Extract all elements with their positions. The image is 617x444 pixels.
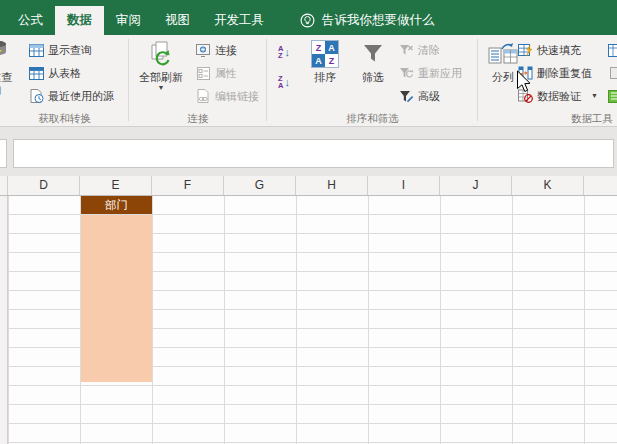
reapply-filter-button: 重新应用 [398,63,462,83]
show-queries-label: 显示查询 [48,43,92,58]
formula-bar-input[interactable] [13,139,614,168]
group-label-data-tools: 数据工具 [478,112,617,126]
tab-review[interactable]: 审阅 [104,6,153,35]
tab-view[interactable]: 视图 [153,6,202,35]
what-if-button-partial[interactable] [608,63,617,83]
recent-sources-icon [28,88,44,104]
connections-label: 连接 [215,43,237,58]
dropdown-arrow-icon: ▼ [591,92,598,100]
sort-ascending-button[interactable]: AZ ↓ [278,41,302,63]
row-header-strip [0,196,8,444]
consolidate-button-partial[interactable] [607,40,617,60]
excel-window: 公式 数据 审阅 视图 开发工具 告诉我你想要做什么 [0,0,617,444]
clear-filter-label: 清除 [418,43,440,58]
filter-label: 筛选 [362,71,384,84]
text-to-columns-label: 分列 [492,71,514,84]
group-label-sort-filter: 排序和筛选 [267,112,478,126]
data-validation-label: 数据验证 [537,89,581,104]
group-get-transform: 新建查询 ▼ 显示查询 从表格 最近使用的源 获取和 [0,35,129,127]
refresh-all-icon [148,39,174,69]
connections-button[interactable]: 连接 [195,40,237,60]
sort-dialog-icon: ZAAZ [311,39,339,69]
advanced-filter-label: 高级 [418,89,440,104]
sort-label: 排序 [314,71,336,84]
group-label-connections: 连接 [129,112,267,126]
connections-icon [195,42,211,58]
edit-links-label: 编辑链接 [215,89,259,104]
advanced-filter-icon [398,88,414,104]
refresh-all-label: 全部刷新 [139,71,183,84]
from-table-icon [28,65,44,81]
column-header-g[interactable]: G [224,176,296,195]
sort-button[interactable]: ZAAZ 排序 [304,37,346,111]
column-header-h[interactable]: H [296,176,368,195]
recent-sources-label: 最近使用的源 [48,89,114,104]
database-icon [0,39,9,69]
mouse-cursor [516,70,531,93]
column-header-i[interactable]: I [368,176,440,195]
filter-button[interactable]: 筛选 [352,37,394,111]
consolidate-icon [607,42,617,58]
filter-funnel-icon [361,39,385,69]
text-to-columns-icon [488,39,518,69]
sort-descending-button[interactable]: ZA ↓ [278,71,302,93]
group-sort-filter: AZ ↓ ZA ↓ ZAAZ 排序 筛选 [267,35,478,127]
column-header-k[interactable]: K [512,176,584,195]
name-box[interactable] [0,139,7,168]
reapply-filter-icon [398,65,414,81]
new-query-button[interactable]: 新建查询 ▼ [0,37,19,111]
new-query-label: 新建查询 [0,71,13,97]
column-header-j[interactable]: J [440,176,512,195]
refresh-all-button[interactable]: 全部刷新 ▼ [136,37,186,111]
from-table-button[interactable]: 从表格 [28,63,81,83]
column-header-f[interactable]: F [152,176,224,195]
ribbon-tab-bar: 公式 数据 审阅 视图 开发工具 告诉我你想要做什么 [0,0,617,35]
properties-button: 属性 [195,63,237,83]
flash-fill-label: 快速填充 [537,43,581,58]
group-connections: 全部刷新 ▼ 连接 属性 编辑链接 连接 [129,35,267,127]
spreadsheet-grid[interactable]: 部门 [0,196,617,444]
formula-bar-row [0,127,617,176]
data-model-icon [607,88,617,104]
properties-icon [195,65,211,81]
from-table-label: 从表格 [48,66,81,81]
header-corner [0,176,8,195]
dropdown-arrow-icon: ▼ [158,84,165,92]
properties-label: 属性 [215,66,237,81]
tab-formulas[interactable]: 公式 [6,6,55,35]
flash-fill-icon [517,42,533,58]
tell-me-label: 告诉我你想要做什么 [322,12,435,29]
show-queries-button[interactable]: 显示查询 [28,40,92,60]
recent-sources-button[interactable]: 最近使用的源 [28,86,114,106]
tell-me-box[interactable]: 告诉我你想要做什么 [292,6,443,35]
column-header-d[interactable]: D [8,176,80,195]
down-arrow-icon: ↓ [284,46,290,58]
cell-e1-department-header[interactable]: 部门 [81,196,152,214]
remove-duplicates-label: 删除重复值 [537,66,592,81]
what-if-icon [608,65,617,81]
tab-developer[interactable]: 开发工具 [202,6,276,35]
group-label-get-transform: 获取和转换 [0,112,129,126]
show-queries-icon [28,42,44,58]
edit-links-icon [195,88,211,104]
lightbulb-icon [300,13,315,28]
column-header-e[interactable]: E [80,176,152,195]
flash-fill-button[interactable]: 快速填充 [517,40,581,60]
sort-az-icon: AZ [278,45,283,59]
highlighted-column-e[interactable] [81,215,152,382]
tab-data[interactable]: 数据 [55,6,104,35]
sort-za-icon: ZA [278,75,283,89]
edit-links-button: 编辑链接 [195,86,259,106]
data-model-button-partial[interactable] [607,86,617,106]
advanced-filter-button[interactable]: 高级 [398,86,440,106]
clear-filter-button: 清除 [398,40,440,60]
column-headers: D E F G H I J K [0,176,617,196]
down-arrow-icon: ↓ [284,76,290,88]
clear-filter-icon [398,42,414,58]
group-data-tools: 分列 快速填充 删除重复值 数据验证 ▼ [478,35,617,127]
reapply-filter-label: 重新应用 [418,66,462,81]
